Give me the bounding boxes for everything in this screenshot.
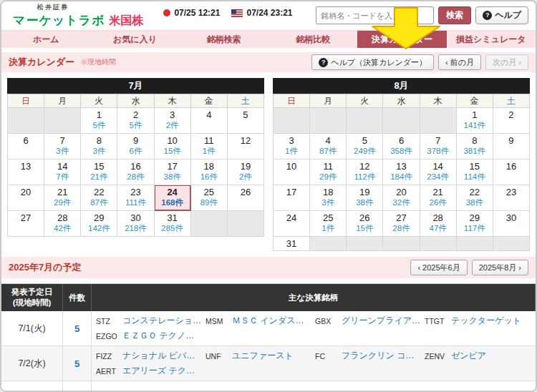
- earnings-count-link[interactable]: 32件: [383, 198, 419, 207]
- calendar-day-8月-29[interactable]: 29117件: [456, 211, 493, 237]
- calendar-day-8月-8[interactable]: 8381件: [456, 134, 493, 160]
- calendar-day-8月-21[interactable]: 2126件: [420, 185, 456, 211]
- calendar-day-8月-12[interactable]: 12112件: [347, 160, 383, 185]
- earnings-count-link[interactable]: 1件: [274, 147, 309, 156]
- earnings-count-link[interactable]: 6件: [117, 147, 153, 156]
- calendar-day-7月-14[interactable]: 147件: [44, 160, 81, 185]
- earnings-count-link[interactable]: 218件: [117, 224, 153, 233]
- calendar-day-7月-8[interactable]: 83件: [81, 134, 117, 160]
- calendar-day-8月-28[interactable]: 2847件: [420, 211, 456, 237]
- calendar-day-8月-18[interactable]: 183件: [310, 185, 347, 211]
- schedule-count-link[interactable]: 5: [63, 311, 92, 346]
- calendar-day-8月-25[interactable]: 251件: [310, 211, 347, 237]
- earnings-count-link[interactable]: 29件: [44, 198, 80, 207]
- nav-tab-pl-simulator[interactable]: 損益シミュレータ: [447, 31, 536, 48]
- stock-name-link[interactable]: コンステレーショ…: [122, 315, 201, 327]
- calendar-day-8月-1[interactable]: 1141件: [456, 108, 493, 134]
- calendar-day-7月-21[interactable]: 2129件: [44, 185, 81, 211]
- nav-tab-home[interactable]: ホーム: [1, 31, 90, 48]
- calendar-day-8月-14[interactable]: 14234件: [420, 160, 456, 185]
- earnings-count-link[interactable]: 38件: [457, 198, 493, 207]
- earnings-count-link[interactable]: 1件: [191, 147, 227, 156]
- calendar-day-7月-22[interactable]: 2287件: [81, 185, 117, 211]
- earnings-count-link[interactable]: 2件: [155, 121, 190, 130]
- calendar-day-7月-18[interactable]: 1816件: [190, 160, 227, 185]
- prev-month-button[interactable]: ‹ 前の月: [438, 54, 481, 70]
- calendar-day-8月-19[interactable]: 1938件: [347, 185, 383, 211]
- schedule-count-link[interactable]: 5: [63, 346, 92, 381]
- stock-name-link[interactable]: ユニファースト: [232, 350, 294, 362]
- earnings-count-link[interactable]: 3件: [81, 147, 117, 156]
- earnings-count-link[interactable]: 29件: [310, 172, 346, 182]
- calendar-day-8月-20[interactable]: 2032件: [383, 185, 420, 211]
- earnings-count-link[interactable]: 168件: [155, 198, 190, 207]
- calendar-day-7月-19[interactable]: 192件: [227, 160, 263, 185]
- earnings-count-link[interactable]: 87件: [310, 147, 346, 156]
- search-button[interactable]: 検索: [438, 6, 471, 24]
- calendar-day-8月-4[interactable]: 487件: [310, 134, 347, 160]
- earnings-count-link[interactable]: 112件: [347, 172, 382, 182]
- earnings-count-link[interactable]: 3件: [44, 147, 80, 156]
- calendar-day-7月-15[interactable]: 1521件: [81, 160, 117, 185]
- calendar-day-7月-29[interactable]: 29142件: [81, 211, 117, 237]
- earnings-count-link[interactable]: 114件: [457, 172, 493, 182]
- earnings-count-link[interactable]: 87件: [81, 198, 117, 207]
- calendar-day-8月-13[interactable]: 13184件: [383, 160, 420, 185]
- calendar-day-7月-25[interactable]: 2589件: [190, 185, 227, 211]
- calendar-day-7月-23[interactable]: 23111件: [117, 185, 154, 211]
- earnings-count-link[interactable]: 234件: [420, 172, 456, 182]
- calendar-day-7月-10[interactable]: 1015件: [154, 134, 190, 160]
- schedule-next-month-button[interactable]: 2025年8月 ›: [472, 260, 528, 275]
- earnings-count-link[interactable]: 15件: [347, 224, 382, 233]
- earnings-count-link[interactable]: 117件: [457, 224, 493, 233]
- nav-tab-stock-search[interactable]: 銘柄検索: [180, 31, 268, 48]
- calendar-day-7月-11[interactable]: 111件: [190, 134, 227, 160]
- help-button[interactable]: ? ヘルプ: [475, 6, 528, 24]
- earnings-count-link[interactable]: 21件: [81, 172, 117, 182]
- calendar-day-7月-24[interactable]: 24168件: [154, 185, 190, 211]
- earnings-count-link[interactable]: 7件: [44, 172, 80, 182]
- stock-name-link[interactable]: ＭＳＣ インダス…: [232, 315, 304, 327]
- earnings-count-link[interactable]: 358件: [383, 147, 419, 156]
- calendar-day-7月-1[interactable]: 15件: [81, 108, 117, 134]
- calendar-day-7月-3[interactable]: 32件: [154, 108, 190, 134]
- calendar-day-8月-6[interactable]: 6358件: [383, 134, 420, 160]
- earnings-count-link[interactable]: 15件: [155, 147, 190, 156]
- earnings-count-link[interactable]: 47件: [420, 224, 456, 233]
- calendar-day-7月-9[interactable]: 96件: [117, 134, 154, 160]
- calendar-day-8月-11[interactable]: 1129件: [310, 160, 347, 185]
- earnings-count-link[interactable]: 5件: [81, 121, 117, 130]
- nav-tab-earnings-calendar[interactable]: 決算カレンダー: [357, 31, 446, 48]
- calendar-day-8月-5[interactable]: 5249件: [347, 134, 383, 160]
- calendar-day-7月-30[interactable]: 30218件: [117, 211, 154, 237]
- calendar-day-8月-27[interactable]: 2728件: [383, 211, 420, 237]
- earnings-count-link[interactable]: 3件: [310, 198, 346, 207]
- earnings-count-link[interactable]: 141件: [457, 121, 493, 130]
- calendar-day-8月-3[interactable]: 31件: [274, 134, 310, 160]
- stock-name-link[interactable]: グリーンブライア…: [342, 315, 420, 327]
- earnings-count-link[interactable]: 184件: [383, 172, 419, 182]
- earnings-count-link[interactable]: 142件: [81, 224, 117, 233]
- earnings-count-link[interactable]: 42件: [44, 224, 80, 233]
- stock-name-link[interactable]: フランクリン コ…: [342, 350, 414, 362]
- brand-logo[interactable]: 松井証券 マーケットラボ 米国株: [13, 3, 143, 29]
- earnings-count-link[interactable]: 16件: [191, 172, 227, 182]
- earnings-count-link[interactable]: 28件: [117, 172, 153, 182]
- calendar-day-7月-31[interactable]: 31285件: [154, 211, 190, 237]
- earnings-count-link[interactable]: 2件: [228, 172, 263, 182]
- schedule-prev-month-button[interactable]: ‹ 2025年6月: [410, 260, 467, 275]
- stock-name-link[interactable]: ナショナル ビバ…: [122, 350, 195, 362]
- earnings-count-link[interactable]: 285件: [155, 224, 190, 233]
- earnings-count-link[interactable]: 1件: [310, 224, 346, 233]
- earnings-count-link[interactable]: 378件: [420, 147, 456, 156]
- calendar-day-7月-28[interactable]: 2842件: [44, 211, 81, 237]
- nav-tab-stock-compare[interactable]: 銘柄比較: [268, 31, 357, 48]
- calendar-day-7月-2[interactable]: 25件: [117, 108, 154, 134]
- search-input[interactable]: [316, 6, 434, 24]
- calendar-day-8月-15[interactable]: 15114件: [456, 160, 493, 185]
- earnings-count-link[interactable]: 28件: [383, 224, 419, 233]
- stock-name-link[interactable]: テックターゲット: [451, 315, 521, 327]
- calendar-day-8月-22[interactable]: 2238件: [456, 185, 493, 211]
- calendar-day-7月-16[interactable]: 1628件: [117, 160, 154, 185]
- stock-name-link[interactable]: エアリーズ テク…: [122, 365, 195, 377]
